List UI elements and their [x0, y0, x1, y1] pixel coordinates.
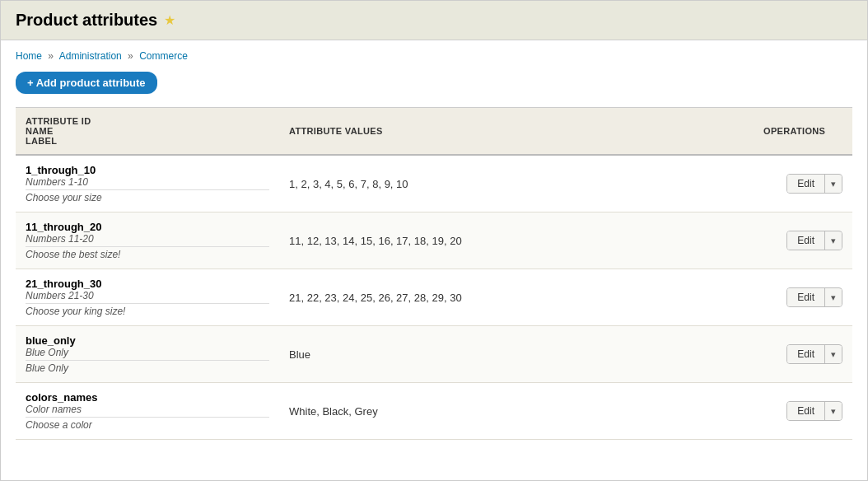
attr-cell: 11_through_20Numbers 11-20Choose the bes… [16, 212, 279, 269]
col-header-attr-line1: ATTRIBUTE ID [26, 116, 91, 126]
edit-dropdown-button[interactable]: ▾ [825, 175, 842, 193]
col-header-values: ATTRIBUTE VALUES [279, 108, 754, 156]
table-row: blue_onlyBlue OnlyBlue OnlyBlueEdit▾ [16, 326, 852, 383]
attr-id: 1_through_10 [26, 164, 269, 176]
attr-id: 21_through_30 [26, 278, 269, 290]
attr-label: Choose your size [26, 192, 269, 203]
attr-name: Numbers 1-10 [26, 176, 269, 190]
attr-label: Blue Only [26, 362, 269, 374]
table-row: 1_through_10Numbers 1-10Choose your size… [16, 155, 852, 212]
attr-name: Numbers 21-30 [26, 290, 269, 304]
page-header: Product attributes ★ [1, 1, 867, 40]
table-header-row: ATTRIBUTE ID NAME LABEL ATTRIBUTE VALUES… [16, 108, 852, 156]
attr-values: Blue [279, 326, 754, 383]
attr-id: blue_only [26, 334, 269, 347]
edit-btn-group: Edit▾ [786, 174, 842, 194]
attributes-table: ATTRIBUTE ID NAME LABEL ATTRIBUTE VALUES… [16, 107, 852, 440]
col-header-attr-line2: NAME [26, 126, 54, 136]
page-title: Product attributes [16, 11, 157, 30]
ops-cell: Edit▾ [754, 155, 852, 212]
breadcrumb-home[interactable]: Home [16, 50, 42, 62]
attr-values: White, Black, Grey [279, 383, 754, 440]
edit-btn-group: Edit▾ [786, 401, 842, 421]
breadcrumb-admin[interactable]: Administration [59, 50, 122, 62]
attr-name: Blue Only [26, 347, 269, 361]
attr-values: 11, 12, 13, 14, 15, 16, 17, 18, 19, 20 [279, 212, 754, 269]
ops-cell: Edit▾ [754, 383, 852, 440]
attr-values: 21, 22, 23, 24, 25, 26, 27, 28, 29, 30 [279, 269, 754, 326]
attr-cell: 21_through_30Numbers 21-30Choose your ki… [16, 269, 279, 326]
ops-cell: Edit▾ [754, 212, 852, 269]
edit-button[interactable]: Edit [787, 288, 825, 306]
page-wrapper: Product attributes ★ Home » Administrati… [0, 0, 868, 481]
edit-dropdown-button[interactable]: ▾ [825, 289, 842, 306]
attr-id: 11_through_20 [26, 221, 269, 233]
attr-label: Choose the best size! [26, 249, 269, 260]
attr-cell: 1_through_10Numbers 1-10Choose your size [16, 155, 279, 212]
breadcrumb-commerce[interactable]: Commerce [139, 50, 188, 62]
table-row: 11_through_20Numbers 11-20Choose the bes… [16, 212, 852, 269]
attr-id: colors_names [26, 391, 269, 404]
attr-cell: colors_namesColor namesChoose a color [16, 383, 279, 440]
breadcrumb-sep2: » [128, 50, 133, 62]
attr-label: Choose your king size! [26, 306, 269, 317]
ops-cell: Edit▾ [754, 269, 852, 326]
breadcrumb: Home » Administration » Commerce [16, 50, 852, 62]
attr-name: Color names [26, 404, 269, 418]
attr-values: 1, 2, 3, 4, 5, 6, 7, 8, 9, 10 [279, 155, 754, 212]
edit-btn-group: Edit▾ [786, 287, 842, 307]
edit-button[interactable]: Edit [787, 231, 825, 250]
star-icon[interactable]: ★ [164, 12, 175, 28]
table-row: colors_namesColor namesChoose a colorWhi… [16, 383, 852, 440]
attr-cell: blue_onlyBlue OnlyBlue Only [16, 326, 279, 383]
attr-name: Numbers 11-20 [26, 233, 269, 247]
edit-dropdown-button[interactable]: ▾ [825, 232, 842, 250]
edit-btn-group: Edit▾ [786, 231, 842, 250]
attr-label: Choose a color [26, 419, 269, 431]
edit-dropdown-button[interactable]: ▾ [825, 403, 842, 420]
edit-button[interactable]: Edit [787, 175, 825, 193]
page-content: Home » Administration » Commerce + Add p… [1, 40, 867, 450]
table-body: 1_through_10Numbers 1-10Choose your size… [16, 155, 852, 440]
edit-button[interactable]: Edit [787, 345, 825, 363]
breadcrumb-sep1: » [48, 50, 54, 62]
edit-button[interactable]: Edit [787, 402, 825, 420]
col-header-attr-line3: LABEL [26, 136, 57, 146]
col-header-operations: OPERATIONS [754, 108, 852, 156]
add-product-attribute-button[interactable]: + Add product attribute [16, 72, 157, 94]
col-header-attribute: ATTRIBUTE ID NAME LABEL [16, 108, 279, 156]
table-row: 21_through_30Numbers 21-30Choose your ki… [16, 269, 852, 326]
ops-cell: Edit▾ [754, 326, 852, 383]
edit-btn-group: Edit▾ [786, 344, 842, 364]
edit-dropdown-button[interactable]: ▾ [825, 346, 842, 363]
